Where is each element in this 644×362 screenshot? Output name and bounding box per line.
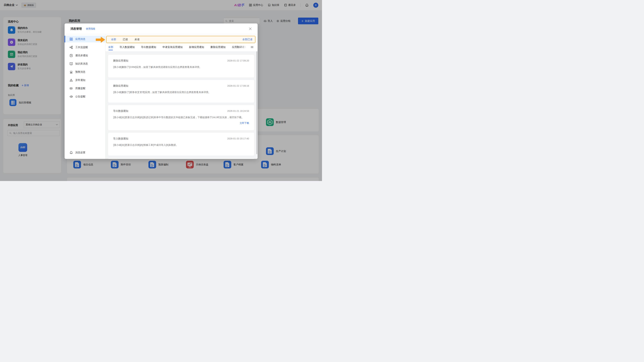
- message-body: [英小雄]在[更新日志示例]的[维修工单]中成功导入[8]条数据。: [113, 143, 249, 147]
- tab-all[interactable]: 全部: [111, 38, 116, 41]
- nav-label: 公告提醒: [75, 95, 85, 98]
- message-card[interactable]: 导入数据通知 2026-01-20 20:17:40 [英小雄]在[更新日志示例…: [108, 133, 254, 156]
- message-card[interactable]: 删除应用通知 2026-01-22 17:09:16 [英小雄]删除了[财务收支…: [108, 80, 254, 103]
- nav-label: 应用消息: [75, 37, 85, 41]
- warning-triangle-icon: [70, 79, 73, 82]
- nav-label: 消息设置: [75, 151, 85, 154]
- type-tab-export[interactable]: 导出数据通知: [141, 43, 156, 51]
- nav-warning-messages[interactable]: 预警消息: [64, 68, 105, 75]
- message-card[interactable]: 删除应用通知 2026-01-22 17:09:20 [英小雄]删除了[CRM]…: [108, 55, 254, 77]
- open-book-icon: [70, 62, 73, 65]
- type-tab-import[interactable]: 导入数据通知: [120, 43, 135, 51]
- nav-label: 通讯录通知: [75, 54, 88, 57]
- close-icon: [249, 27, 252, 30]
- usage-meter-icon: [70, 87, 73, 90]
- message-title: 导入数据通知: [113, 137, 128, 140]
- nav-contacts-notice[interactable]: 通讯录通知: [64, 52, 105, 59]
- nav-kb-messages[interactable]: 知识库消息: [64, 60, 105, 67]
- message-time: 2026-01-22 17:09:16: [227, 84, 249, 87]
- alarm-icon: [70, 70, 73, 73]
- type-tab-install-request[interactable]: 申请安装应用通知: [162, 43, 183, 51]
- nav-label: 预警消息: [75, 70, 85, 73]
- bell-icon: [70, 151, 73, 154]
- app-grid-icon: [70, 37, 73, 41]
- type-tab-new-app[interactable]: 新增应用通知: [189, 43, 204, 51]
- type-tabs: 全部 导入数据通知 导出数据通知 申请安装应用通知 新增应用通知 删除应用通知 …: [108, 43, 254, 51]
- workflow-icon: [70, 46, 73, 49]
- message-time: 2026-01-20 20:17:40: [227, 137, 249, 140]
- hamburger-icon: [250, 45, 254, 49]
- message-body: [英小雄]在[更新日志示例]的[跟进记录]表单中导出数据的文件链接已准备完成，下…: [113, 116, 249, 119]
- message-body: [英小雄]删除了[CRM]应用，如需了解具体情况请前往应用日志界面查看具体详情。: [113, 65, 249, 69]
- read-status-bar-highlighted: 全部 已读 未读 全部已读: [106, 36, 256, 43]
- message-time: 2026-01-22 17:09:20: [227, 59, 249, 62]
- message-body: [英小雄]删除了[财务收支管理]应用，如需了解具体情况请前往应用日志界面查看具体…: [113, 90, 249, 94]
- modal-scrollbar[interactable]: [256, 51, 257, 154]
- type-tab-delete-app[interactable]: 删除应用通知: [210, 43, 226, 51]
- type-tabs-menu-button[interactable]: [250, 45, 254, 49]
- modal-header: 消息管理 使用指南: [64, 23, 258, 34]
- nav-announcement-reminder[interactable]: 公告提醒: [64, 93, 105, 100]
- nav-label: 异常通知: [75, 79, 85, 82]
- message-card-partial[interactable]: [108, 158, 254, 159]
- usage-guide-link[interactable]: 使用指南: [86, 27, 95, 30]
- message-card[interactable]: 导出数据通知 2026-01-21 18:24:53 [英小雄]在[更新日志示例…: [108, 105, 254, 130]
- message-title: 导出数据通知: [113, 109, 128, 113]
- type-tab-all[interactable]: 全部: [108, 43, 113, 51]
- modal-nav: 应用消息 工作流提醒 通讯录通知 知识库消息 预警消息 异常通知 用量提醒 公: [64, 34, 106, 159]
- speaker-icon: [70, 95, 73, 98]
- modal-content: 全部 已读 未读 全部已读 全部 导入数据通知 导出数据通知 申请安装应用通知 …: [106, 34, 258, 159]
- close-button[interactable]: [249, 27, 252, 30]
- message-list: 删除应用通知 2026-01-22 17:09:20 [英小雄]删除了[CRM]…: [106, 51, 258, 159]
- message-management-modal: 消息管理 使用指南 应用消息 工作流提醒 通讯录通知 知识库消息 预警消息 异: [64, 23, 258, 159]
- nav-label: 知识库消息: [75, 62, 88, 65]
- download-now-link[interactable]: 立即下载: [113, 122, 249, 125]
- phonebook-icon: [70, 54, 73, 57]
- mark-all-read-button[interactable]: 全部已读: [242, 38, 252, 41]
- type-tab-translate-app[interactable]: 应用翻译通知: [232, 43, 247, 51]
- message-time: 2026-01-21 18:24:53: [227, 110, 249, 112]
- nav-exception-notice[interactable]: 异常通知: [64, 77, 105, 83]
- nav-label: 用量提醒: [75, 87, 85, 90]
- nav-usage-reminder[interactable]: 用量提醒: [64, 85, 105, 92]
- nav-workflow-reminder[interactable]: 工作流提醒: [64, 44, 105, 51]
- message-title: 删除应用通知: [113, 84, 128, 87]
- annotation-arrow-icon: [96, 36, 105, 43]
- modal-title: 消息管理: [70, 27, 82, 31]
- message-title: 删除应用通知: [113, 59, 128, 62]
- tab-unread[interactable]: 未读: [134, 38, 140, 41]
- nav-message-settings[interactable]: 消息设置: [64, 149, 105, 156]
- tab-read[interactable]: 已读: [123, 38, 128, 41]
- nav-label: 工作流提醒: [75, 46, 88, 49]
